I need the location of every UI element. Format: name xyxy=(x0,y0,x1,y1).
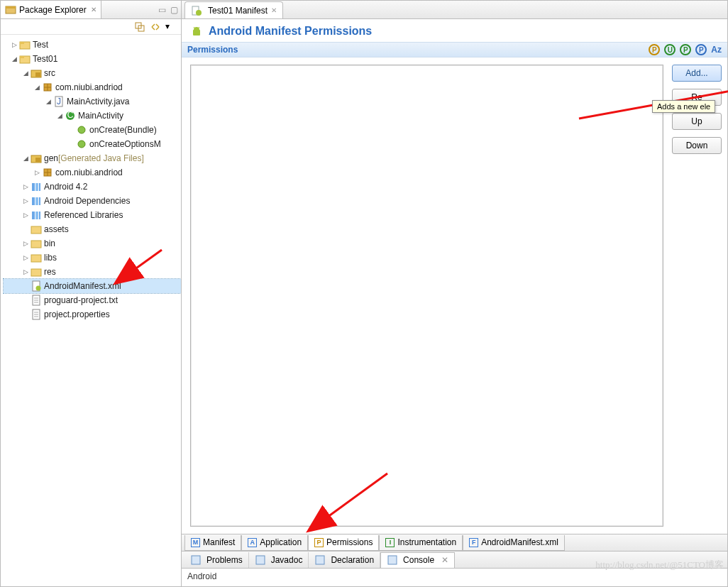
tree-item-label: AndroidManifest.xml xyxy=(44,279,121,293)
jfile-icon: J xyxy=(53,96,65,107)
tree-item[interactable]: ◢JMainActivity.java xyxy=(4,94,181,109)
left-toolbar: ▾ xyxy=(1,19,181,35)
svg-point-38 xyxy=(36,286,41,291)
tree-item[interactable]: ◢src xyxy=(4,66,181,80)
svg-line-51 xyxy=(199,27,200,28)
tree-item-label: com.niubi.andriod xyxy=(55,80,123,94)
tree-item-label: res xyxy=(44,265,56,279)
tree-item[interactable]: ▷com.niubi.andriod xyxy=(4,165,181,180)
svg-rect-26 xyxy=(39,183,40,191)
tree-item[interactable]: ▷bin xyxy=(4,236,181,251)
close-icon[interactable]: ✕ xyxy=(91,6,96,13)
tree-item-label: com.niubi.andriod xyxy=(55,165,123,180)
tree-item[interactable]: ▷libs xyxy=(4,251,181,265)
sub-tab-instrumentation[interactable]: IInstrumentation xyxy=(379,535,463,551)
svg-rect-7 xyxy=(20,56,24,58)
sub-tab-icon: M xyxy=(191,538,200,547)
collapse-all-icon[interactable] xyxy=(134,21,145,33)
close-icon[interactable]: ✕ xyxy=(271,6,277,14)
package-explorer-view: Package Explorer ✕ ▭ ▢ ▾ ▷Test◢Test01◢sr… xyxy=(0,0,182,587)
expand-open-icon[interactable]: ◢ xyxy=(32,80,42,94)
minimize-icon[interactable]: ▭ xyxy=(158,5,166,15)
project-icon xyxy=(19,53,31,65)
up-button[interactable]: Up xyxy=(672,113,722,130)
tree-item-label: gen xyxy=(44,151,58,165)
view-tab-declaration[interactable]: Declaration xyxy=(309,552,380,568)
badge-u[interactable]: U xyxy=(664,44,675,55)
badge-p[interactable]: P xyxy=(695,44,707,55)
view-menu-icon[interactable]: ▾ xyxy=(165,21,177,33)
expand-closed-icon[interactable]: ▷ xyxy=(21,236,31,251)
folder-icon xyxy=(31,238,42,249)
console-output: Android xyxy=(182,569,727,586)
sort-az[interactable]: Az xyxy=(711,45,722,55)
expand-open-icon[interactable]: ◢ xyxy=(43,94,53,109)
sub-tab-label: Permissions xyxy=(326,537,373,547)
svg-rect-31 xyxy=(35,212,38,219)
maximize-icon[interactable]: ▢ xyxy=(170,5,178,15)
tree-item[interactable]: ◢Test01 xyxy=(4,52,181,66)
permissions-list[interactable] xyxy=(190,65,663,527)
badge-p[interactable]: P xyxy=(649,44,660,55)
tree-item[interactable]: project.properties xyxy=(4,307,181,322)
badge-p[interactable]: P xyxy=(680,44,691,55)
link-with-editor-icon[interactable] xyxy=(150,21,161,33)
expand-closed-icon[interactable]: ▷ xyxy=(21,265,31,279)
svg-rect-56 xyxy=(316,556,324,564)
tree-item-label: assets xyxy=(44,222,69,236)
tree-item[interactable]: ▷res xyxy=(4,265,181,279)
sub-tab-label: AndroidManifest.xml xyxy=(481,537,558,547)
expand-open-icon[interactable]: ◢ xyxy=(9,52,19,66)
tree-item-label: src xyxy=(44,66,55,80)
tree-item[interactable]: onCreate(Bundle) xyxy=(4,123,181,137)
svg-text:J: J xyxy=(57,97,61,106)
svg-rect-30 xyxy=(32,212,35,219)
tree-item[interactable]: AndroidManifest.xml xyxy=(4,279,181,293)
sub-tab-manifest[interactable]: MManifest xyxy=(184,535,241,551)
problems-icon xyxy=(190,554,202,566)
lib-icon xyxy=(31,181,42,192)
tree-item[interactable]: ◢gen [Generated Java Files] xyxy=(4,151,181,165)
editor-tab-manifest[interactable]: Test01 Manifest ✕ xyxy=(184,1,283,18)
editor-tab-label: Test01 Manifest xyxy=(208,6,268,16)
tree-item[interactable]: ▷Android 4.2 xyxy=(4,180,181,194)
expand-closed-icon[interactable]: ▷ xyxy=(9,38,19,52)
expand-closed-icon[interactable]: ▷ xyxy=(21,194,31,208)
expand-closed-icon[interactable]: ▷ xyxy=(21,180,31,194)
expand-open-icon[interactable]: ◢ xyxy=(21,66,31,80)
sub-tab-permissions[interactable]: PPermissions xyxy=(308,535,379,551)
srcfolder-icon xyxy=(31,67,42,79)
folder-icon xyxy=(31,266,42,278)
sub-tab-label: Manifest xyxy=(203,537,235,547)
tree-item[interactable]: ◢CMainActivity xyxy=(4,109,181,123)
tree-item[interactable]: proguard-project.txt xyxy=(4,293,181,307)
tooltip: Adds a new ele xyxy=(652,100,715,113)
down-button[interactable]: Down xyxy=(672,137,722,154)
expand-closed-icon[interactable]: ▷ xyxy=(32,165,42,180)
tree-item[interactable]: assets xyxy=(4,222,181,236)
add-button[interactable]: Add... xyxy=(672,65,722,82)
svg-rect-27 xyxy=(32,197,35,205)
left-tabbar: Package Explorer ✕ ▭ ▢ xyxy=(1,1,181,19)
tree-item[interactable]: ◢com.niubi.andriod xyxy=(4,80,181,94)
expand-open-icon[interactable]: ◢ xyxy=(55,109,65,123)
expand-closed-icon[interactable]: ▷ xyxy=(21,208,31,222)
svg-rect-33 xyxy=(31,226,41,234)
view-tab-javadoc[interactable]: Javadoc xyxy=(249,552,309,568)
sub-tab-application[interactable]: AApplication xyxy=(241,535,308,551)
tree-item[interactable]: ▷Test xyxy=(4,38,181,52)
tree-item[interactable]: ▷Referenced Libraries xyxy=(4,208,181,222)
svg-rect-54 xyxy=(192,556,200,564)
sub-tab-androidmanifest-xml[interactable]: FAndroidManifest.xml xyxy=(463,535,565,551)
view-tab-console[interactable]: Console✕ xyxy=(380,552,455,568)
section-title: Permissions xyxy=(187,45,238,55)
tree-item[interactable]: onCreateOptionsM xyxy=(4,137,181,151)
view-tab-problems[interactable]: Problems xyxy=(184,552,249,568)
close-icon[interactable]: ✕ xyxy=(441,555,448,565)
tree-item[interactable]: ▷Android Dependencies xyxy=(4,194,181,208)
android-file-icon xyxy=(191,5,202,16)
expand-open-icon[interactable]: ◢ xyxy=(21,151,31,165)
expand-closed-icon[interactable]: ▷ xyxy=(21,251,31,265)
project-tree[interactable]: ▷Test◢Test01◢src◢com.niubi.andriod◢JMain… xyxy=(1,35,181,586)
package-explorer-tab[interactable]: Package Explorer ✕ xyxy=(1,1,101,18)
